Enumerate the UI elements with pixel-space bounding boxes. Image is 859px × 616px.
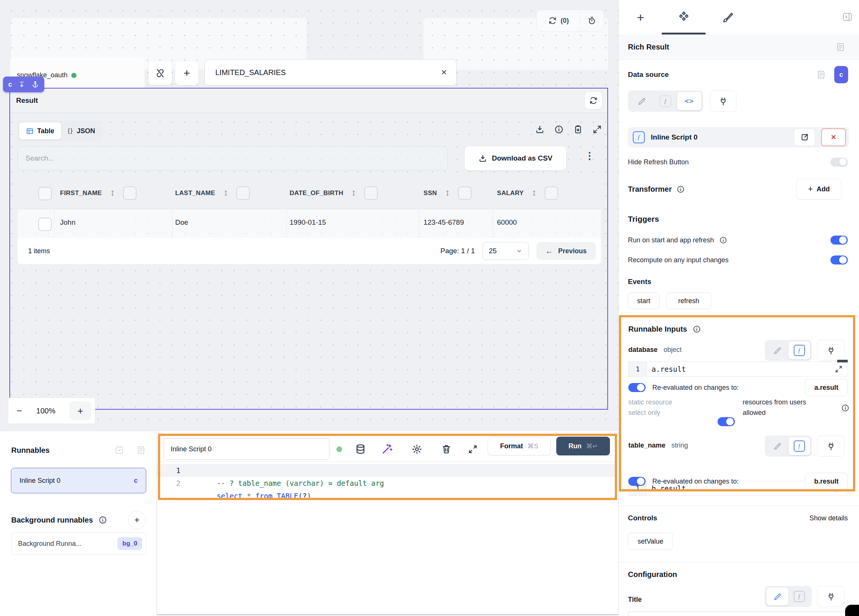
title-input-partial[interactable]	[628, 611, 847, 616]
plug-connect-button[interactable]	[817, 586, 845, 607]
add-background-runnable-button[interactable]: +	[128, 511, 146, 529]
component-badge-toolbar[interactable]: c	[3, 77, 44, 92]
plug-connect-button[interactable]	[710, 91, 736, 112]
page-size-select[interactable]: 25	[483, 242, 529, 260]
clear-input-icon[interactable]: ✕	[441, 68, 447, 77]
zoom-in-button[interactable]: +	[69, 402, 91, 420]
download-csv-button[interactable]: Download as CSV	[465, 146, 566, 170]
info-icon[interactable]	[98, 516, 107, 524]
result-refresh-button[interactable]	[585, 92, 602, 109]
remove-script-button[interactable]: ✕	[821, 128, 846, 146]
download-icon[interactable]	[535, 125, 545, 134]
settings-gear-icon[interactable]	[411, 444, 422, 455]
open-script-button[interactable]	[794, 129, 815, 146]
refresh-count-button[interactable]: (0)	[537, 10, 580, 31]
col-filter-checkbox[interactable]	[458, 186, 472, 200]
col-ssn[interactable]: SSN	[423, 189, 437, 197]
resources-from-users-toggle[interactable]	[718, 417, 735, 426]
static-mode-button[interactable]	[766, 341, 789, 360]
select-all-checkbox[interactable]	[38, 187, 52, 200]
delete-script-icon[interactable]	[441, 444, 451, 454]
docs-icon[interactable]	[836, 42, 845, 52]
table-row[interactable]: John Doe 1990-01-15 123-45-6789 60000	[18, 210, 601, 238]
copy-result-icon[interactable]	[573, 125, 583, 134]
function-mode-button[interactable]: ƒ	[789, 437, 811, 455]
code-line-2[interactable]: select * from TABLE(?)	[191, 477, 311, 515]
sort-icon[interactable]	[222, 189, 230, 197]
show-details-link[interactable]: Show details	[809, 514, 848, 522]
reeval-target-chip[interactable]: a.result	[805, 379, 848, 396]
info-icon[interactable]	[692, 325, 701, 333]
sort-icon[interactable]	[350, 189, 358, 197]
bound-component-badge[interactable]: c	[834, 66, 848, 83]
collapse-panel-icon[interactable]	[114, 445, 124, 455]
row-checkbox[interactable]	[38, 217, 52, 231]
docs-icon[interactable]	[136, 445, 146, 455]
rich-result-component[interactable]: Result Table {} JSON	[9, 88, 608, 410]
tab-table[interactable]: Table	[19, 122, 61, 139]
col-filter-checkbox[interactable]	[545, 186, 558, 200]
database-expression-editor[interactable]: 1 a.result	[628, 362, 847, 377]
static-mode-button[interactable]	[629, 92, 654, 110]
info-icon[interactable]	[719, 236, 727, 244]
zoom-out-button[interactable]: −	[17, 405, 22, 417]
event-chip-refresh[interactable]: refresh	[666, 292, 711, 309]
editor-name-input[interactable]: Inline Script 0	[164, 438, 330, 460]
col-filter-checkbox[interactable]	[123, 186, 137, 200]
col-first-name[interactable]: FIRST_NAME	[60, 189, 102, 197]
table-name-input-component[interactable]: LIMITED_SALARIES ✕	[205, 59, 456, 86]
info-icon[interactable]	[676, 185, 685, 194]
result-search-field[interactable]: Search...	[18, 146, 448, 170]
mini-scrollbar[interactable]	[837, 360, 848, 363]
sort-icon[interactable]	[530, 189, 538, 197]
sort-icon[interactable]	[444, 189, 451, 197]
selected-script-row[interactable]: ƒ Inline Script 0 ✕	[628, 127, 849, 147]
plug-connect-button[interactable]	[817, 436, 845, 457]
collapse-sidebar-icon[interactable]	[842, 11, 853, 22]
hide-refresh-toggle[interactable]	[831, 158, 848, 167]
expand-editor-icon[interactable]	[468, 444, 478, 454]
col-filter-checkbox[interactable]	[236, 186, 250, 200]
add-component-button[interactable]: +	[175, 61, 198, 85]
tab-components[interactable]	[662, 0, 706, 34]
function-mode-button[interactable]: ƒ	[789, 341, 811, 360]
col-date-of-birth[interactable]: DATE_OF_BIRTH	[290, 189, 343, 197]
format-button[interactable]: Format ⌘S	[488, 437, 551, 455]
background-runnable-item[interactable]: Background Runna... bg_0	[11, 532, 146, 555]
expand-expression-icon[interactable]	[831, 362, 847, 376]
info-icon[interactable]	[554, 125, 564, 134]
info-icon[interactable]	[841, 404, 850, 412]
control-chip-setvalue[interactable]: setValue	[628, 533, 673, 550]
reeval-table-name-toggle[interactable]	[628, 477, 645, 486]
reeval-target-chip[interactable]: b.result	[805, 473, 848, 490]
tab-json[interactable]: {} JSON	[62, 122, 101, 139]
ai-wand-icon[interactable]	[381, 443, 393, 455]
table-menu-kebab[interactable]: ⋮	[585, 150, 595, 162]
canvas[interactable]: (0) snowflake_oauth c	[0, 0, 618, 431]
code-mode-button[interactable]: <>	[677, 92, 701, 110]
recompute-toggle[interactable]	[831, 255, 848, 264]
expand-result-icon[interactable]	[592, 125, 602, 134]
tab-insert[interactable]: +	[619, 0, 662, 34]
static-mode-button[interactable]	[766, 437, 789, 455]
sort-icon[interactable]	[109, 189, 116, 197]
function-mode-button[interactable]: ƒ	[789, 588, 811, 605]
col-salary[interactable]: SALARY	[497, 189, 524, 197]
editor-bottom-scrollbar[interactable]	[157, 614, 618, 615]
col-last-name[interactable]: LAST_NAME	[175, 189, 215, 197]
col-filter-checkbox[interactable]	[364, 186, 378, 200]
function-mode-button[interactable]: ƒ	[660, 96, 671, 107]
add-transformer-button[interactable]: + Add	[797, 178, 841, 200]
history-button[interactable]	[580, 10, 604, 31]
unlink-button[interactable]	[148, 61, 172, 85]
event-chip-start[interactable]: start	[628, 292, 659, 309]
reeval-database-toggle[interactable]	[628, 383, 645, 392]
database-icon[interactable]	[355, 443, 366, 455]
run-on-start-toggle[interactable]	[831, 236, 848, 245]
plug-connect-button[interactable]	[817, 340, 845, 361]
run-button[interactable]: Run ⌘↵	[556, 437, 610, 455]
runnable-item-inline-script-0[interactable]: Inline Script 0 c	[11, 468, 146, 493]
tab-styling[interactable]	[706, 0, 749, 34]
previous-page-button[interactable]: ← Previous	[536, 242, 596, 260]
static-mode-button[interactable]	[766, 588, 789, 605]
